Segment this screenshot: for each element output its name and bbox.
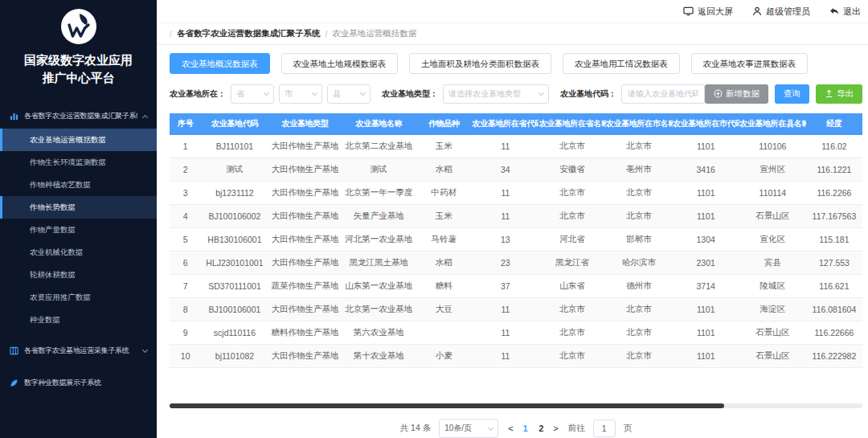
sidebar-item[interactable]: 农资应用推广数据 (0, 286, 157, 309)
user-menu[interactable]: 超级管理员 (752, 6, 810, 18)
table-cell: 5 (170, 228, 201, 252)
table-cell: 玉米 (416, 135, 472, 158)
prev-page-button[interactable]: < (506, 424, 514, 433)
query-label: 查询 (784, 88, 800, 100)
sidebar-group-collection-system[interactable]: 各省数字农业基地运营采集子系统 (0, 339, 157, 363)
back-to-dashboard-label: 返回大屏 (698, 6, 733, 18)
table-header-cell: 序号 (170, 113, 201, 135)
chevron-down-icon (360, 90, 366, 96)
table-row[interactable]: 3bj1231112大田作物生产基地北京第一年一季度中药材11北京市北京市110… (170, 182, 862, 205)
province-select[interactable]: 省 (231, 84, 274, 104)
add-data-button[interactable]: 新增数据 (705, 84, 768, 104)
sidebar-item[interactable]: 农业机械化数据 (0, 241, 157, 264)
table-cell: 大田作物生产基地 (268, 298, 342, 321)
table-cell: 第六农业基地 (342, 321, 416, 345)
sidebar-item[interactable]: 农业基地运营概括数据 (0, 129, 157, 151)
table-body: 1BJ110101大田作物生产基地北京第二农业基地玉米11北京市北京市11011… (170, 135, 862, 368)
scrollbar-thumb[interactable] (170, 403, 724, 408)
table-cell: 中药材 (416, 182, 472, 205)
table-cell: 宾县 (739, 252, 806, 275)
tab[interactable]: 农业基地土地规模数据表 (281, 53, 399, 74)
page-number-button[interactable]: 1 (523, 424, 528, 433)
sidebar: 国家级数字农业应用 推广中心平台 各省数字农业运营数据集成汇聚子系统 农业基地运… (0, 0, 157, 438)
tab[interactable]: 土地面积及耕地分类面积数据表 (409, 53, 551, 74)
pagination: 共 14 条 10条/页 < 12 > 前往 页 (170, 419, 862, 438)
table-cell: 116.2266 (806, 182, 862, 205)
sidebar-item[interactable]: 作物产量数据 (0, 219, 157, 241)
table-row[interactable]: 5HB130106001大田作物生产基地河北第一农业基地马铃薯13河北省邯郸市1… (170, 228, 862, 252)
city-select[interactable]: 市 (279, 84, 322, 104)
county-select[interactable]: 县 (327, 84, 371, 104)
table-row[interactable]: 2测试大田作物生产基地测试水稻34安徽省亳州市3416宣州区116.1221 (170, 158, 862, 182)
table-cell: 3714 (673, 275, 739, 298)
platform-title-line2: 推广中心平台 (0, 69, 157, 87)
sidebar-item[interactable]: 作物种植农艺数据 (0, 174, 157, 196)
table-cell: 宣化区 (739, 228, 806, 252)
page-size-select[interactable]: 10条/页 (439, 419, 498, 438)
table-cell: 北京市 (538, 182, 605, 205)
tab[interactable]: 农业基地农事进展数据表 (691, 53, 809, 74)
query-button[interactable]: 查询 (775, 84, 809, 104)
monitor-icon (683, 6, 694, 16)
table-cell: 1101 (673, 135, 739, 158)
logout-button[interactable]: 退出 (829, 6, 861, 18)
main-area: 返回大屏 超级管理员 退出 / 各省数字农业运营数据集成汇聚子系统 / 农业基地… (157, 0, 868, 438)
table-cell: 大田作物生产基地 (268, 205, 342, 228)
page-number-button[interactable]: 2 (539, 424, 544, 433)
filter-bar: 农业基地所在： 省 市 县 农业基地类型： 请选择农业基地类型 (170, 84, 862, 104)
table-cell: 大豆 (416, 298, 472, 321)
table-cell: 11 (472, 182, 538, 205)
tab[interactable]: 农业基地用工情况数据表 (563, 53, 680, 74)
back-to-dashboard-button[interactable]: 返回大屏 (683, 6, 733, 18)
table-row[interactable]: 4BJ100106002大田作物生产基地矢量产业基地玉米11北京市北京市1101… (170, 205, 862, 228)
table-header-row: 序号农业基地代码农业基地类型农业基地名称作物品种农业基地所在省代码农业基地所在省… (170, 113, 862, 135)
base-type-select[interactable]: 请选择农业基地类型 (443, 84, 549, 104)
table-row[interactable]: 10bj1101082大田作物生产基地第十农业基地小麦11北京市北京市1101石… (170, 345, 862, 368)
table-cell: 安徽省 (538, 158, 605, 182)
table-cell: BJ100106002 (201, 205, 268, 228)
sidebar-item[interactable]: 作物生长环境监测数据 (0, 151, 157, 174)
user-icon (752, 6, 762, 16)
table-row[interactable]: 6HLJ230101001大田作物生产基地黑龙江黑土基地水稻23黑龙江省哈尔滨市… (170, 252, 862, 275)
base-code-input[interactable] (621, 84, 705, 104)
table-cell: 蔬菜作物生产基地 (268, 275, 342, 298)
table-cell: SD370111001 (201, 275, 268, 298)
sidebar-group-aggregation-system[interactable]: 各省数字农业运营数据集成汇聚子系统 (0, 104, 157, 129)
table-cell: 2 (170, 158, 201, 182)
sidebar-item[interactable]: 作物长势数据 (0, 196, 157, 219)
table-cell: 8 (170, 298, 201, 321)
breadcrumb-item-system[interactable]: 各省数字农业运营数据集成汇聚子系统 (177, 28, 321, 39)
data-table: 序号农业基地代码农业基地类型农业基地名称作物品种农业基地所在省代码农业基地所在省… (170, 113, 862, 369)
table-cell: bj1101082 (201, 345, 268, 368)
sidebar-item[interactable]: 种业数据 (0, 309, 157, 331)
table-cell: 110106 (739, 135, 806, 158)
table-cell: 玉米 (416, 205, 472, 228)
chevron-down-icon (264, 90, 269, 96)
table-cell: 北京市 (606, 205, 673, 228)
chevron-down-icon (488, 424, 493, 430)
goto-page-input[interactable] (593, 420, 616, 437)
filter-type-label: 农业基地类型： (382, 88, 438, 100)
tab[interactable]: 农业基地概况数据表 (170, 53, 270, 74)
table-cell: HLJ230101001 (201, 252, 268, 275)
logo-icon (60, 8, 97, 45)
table-row[interactable]: 8BJ100106001大田作物生产基地北京第一农业基地大豆11北京市北京市11… (170, 298, 862, 321)
upload-icon (825, 89, 833, 98)
table-row[interactable]: 9scjd110116糖料作物生产基地第六农业基地11北京市北京市1101石景山… (170, 321, 862, 345)
next-page-button[interactable]: > (551, 424, 559, 433)
table-cell: 6 (170, 252, 201, 275)
platform-title: 国家级数字农业应用 推广中心平台 (0, 51, 157, 87)
table-cell: 37 (472, 275, 538, 298)
table-cell: HB130106001 (201, 228, 268, 252)
username-label: 超级管理员 (766, 6, 810, 18)
table-row[interactable]: 7SD370111001蔬菜作物生产基地山东第一农业基地糖料37山东省德州市37… (170, 275, 862, 298)
horizontal-scrollbar[interactable] (170, 403, 862, 408)
breadcrumb-item-current: 农业基地运营概括数据 (332, 28, 416, 39)
table-row[interactable]: 1BJ110101大田作物生产基地北京第二农业基地玉米11北京市北京市11011… (170, 135, 862, 158)
sidebar-item[interactable]: 轮耕休耕数据 (0, 264, 157, 286)
sidebar-group-seed-display-system[interactable]: 数字种业数据展示子系统 (0, 371, 157, 395)
export-button[interactable]: 导出 (816, 84, 862, 104)
table-cell: 北京市 (538, 345, 605, 368)
table-cell: BJ100106001 (201, 298, 268, 321)
chevron-down-icon (538, 90, 544, 96)
